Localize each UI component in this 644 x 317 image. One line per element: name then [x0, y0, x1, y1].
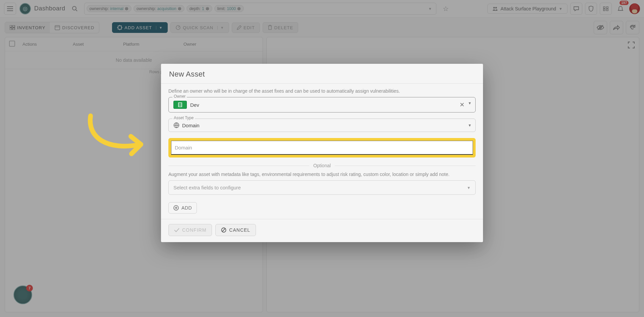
extra-fields-placeholder: Select extra fields to configure — [173, 185, 241, 190]
domain-highlight — [168, 138, 476, 157]
modal-title: New Asset — [169, 70, 475, 79]
check-icon — [174, 228, 179, 232]
ban-icon — [221, 227, 226, 233]
owner-avatar-icon — [173, 101, 187, 109]
asset-type-field[interactable]: Asset Type Domain ▼ — [168, 119, 476, 132]
chevron-down-icon: ▼ — [467, 186, 471, 190]
domain-input[interactable] — [171, 141, 473, 155]
optional-divider: Optional — [168, 163, 476, 168]
confirm-button[interactable]: CONFIRM — [168, 224, 212, 236]
modal-footer: CONFIRM CANCEL — [161, 219, 483, 242]
owner-help-text: Define an owner who will be in charge of… — [168, 88, 476, 94]
new-asset-modal: New Asset Define an owner who will be in… — [161, 64, 483, 242]
cancel-button[interactable]: CANCEL — [215, 224, 256, 236]
owner-value: Dev — [190, 102, 199, 108]
owner-label: Owner — [172, 94, 187, 99]
modal-header: New Asset — [161, 64, 483, 84]
plus-circle-icon — [173, 205, 179, 211]
svg-rect-11 — [178, 103, 182, 107]
owner-field[interactable]: Owner Dev ✕ ▼ — [168, 97, 476, 112]
extra-fields-select[interactable]: Select extra fields to configure ▼ — [168, 180, 476, 195]
chevron-down-icon[interactable]: ▼ — [468, 101, 472, 108]
clear-icon[interactable]: ✕ — [460, 101, 465, 108]
optional-label: Optional — [313, 163, 331, 168]
asset-type-value: Domain — [182, 123, 200, 128]
add-more-button[interactable]: ADD — [168, 202, 197, 214]
augment-help-text: Augment your asset with metadata like ta… — [168, 172, 476, 177]
modal-body: Define an owner who will be in charge of… — [161, 84, 483, 219]
globe-icon — [173, 122, 179, 128]
chevron-down-icon[interactable]: ▼ — [468, 123, 472, 127]
asset-type-label: Asset Type — [172, 116, 195, 120]
